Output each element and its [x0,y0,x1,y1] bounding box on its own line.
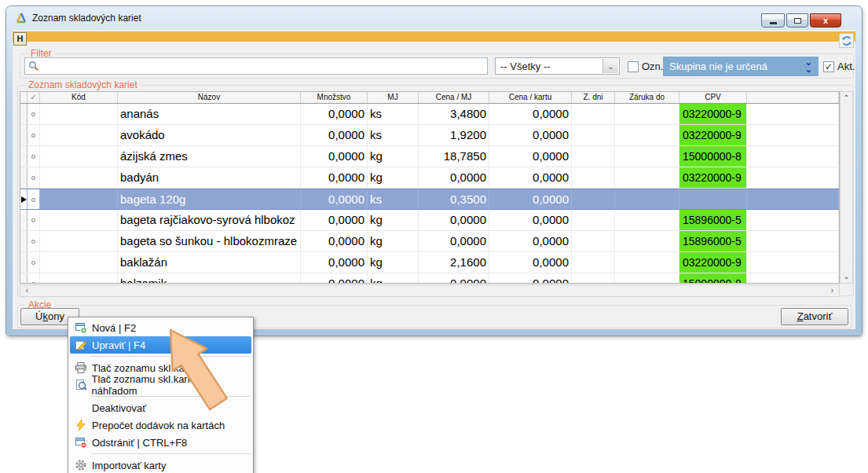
cell-kod[interactable] [40,146,118,167]
h-button[interactable]: H [13,32,27,46]
cell-cpv[interactable]: 15896000-5 [679,210,747,230]
cell-zaruka_do[interactable] [615,189,679,209]
cell-cpv[interactable] [679,189,747,209]
cell-kod[interactable] [40,210,118,230]
cell-mnozstvo[interactable]: 0,0000 [301,273,368,284]
cell-mnozstvo[interactable]: 0,0000 [301,167,368,188]
cell-mnozstvo[interactable]: 0,0000 [301,252,368,273]
cell-cena_mj[interactable]: 0,3500 [419,189,489,209]
column-header-z-dni[interactable]: Z. dni [572,92,615,103]
cell-nazov[interactable]: balzamik [118,273,301,284]
column-header-z-ruka-do[interactable]: Záruka do [615,92,679,103]
scroll-left-icon[interactable]: ‹ [21,285,33,296]
cell[interactable] [27,146,40,167]
cell[interactable] [27,189,40,209]
cell[interactable] [747,125,839,145]
cell[interactable] [27,273,40,284]
cell-mnozstvo[interactable]: 0,0000 [301,125,368,145]
table-row[interactable]: bageta so šunkou - hlbokozmraze0,0000kg0… [20,231,839,252]
stock-cards-table[interactable]: ✓KódNázovMnožstvoMJCena / MJCena / kartu… [20,91,840,284]
cell[interactable] [747,104,839,124]
cell-nazov[interactable]: ázijská zmes [118,146,301,167]
cell-z_dni[interactable] [572,252,615,273]
table-header-row[interactable]: ✓KódNázovMnožstvoMJCena / MJCena / kartu… [20,92,839,104]
cell-nazov[interactable]: bageta rajčiakovo-syrová hlbokoz [118,210,301,230]
cell[interactable] [747,146,839,167]
cell-kod[interactable] [40,104,118,124]
cell-nazov[interactable]: badyán [118,167,301,188]
table-row[interactable]: balzamik0,0000kg0,00000,000015000000-8 [20,273,839,284]
cell-zaruka_do[interactable] [615,273,679,284]
cell-z_dni[interactable] [572,104,615,124]
cell-cpv[interactable]: 15000000-8 [679,146,747,167]
cell-kod[interactable] [40,231,118,251]
cell[interactable] [27,125,40,145]
cell-mnozstvo[interactable]: 0,0000 [301,231,368,251]
cell-cpv[interactable]: 15896000-5 [679,231,747,251]
cell-mj[interactable]: kg [368,210,419,230]
cell-cena_mj[interactable]: 0,0000 [419,273,489,284]
cell-z_dni[interactable] [572,189,615,209]
cell-mnozstvo[interactable]: 0,0000 [301,146,368,167]
cell[interactable] [20,210,27,230]
cell-kod[interactable] [40,125,118,145]
cell[interactable] [747,210,839,230]
table-row[interactable]: bageta 120g0,0000ks0,35000,0000 [20,189,839,210]
cell[interactable] [20,189,27,209]
cell-cena_kartu[interactable]: 0,0000 [489,167,572,188]
cell-cena_mj[interactable]: 0,0000 [419,231,489,251]
scroll-up-icon[interactable]: ⌃ [841,93,852,104]
cell-zaruka_do[interactable] [615,231,679,251]
cell-nazov[interactable]: avokádo [118,125,301,145]
cell-mj[interactable]: ks [368,104,419,124]
column-header-n-zov[interactable]: Názov [118,92,301,103]
akt-checkbox[interactable]: ✓ [823,61,834,72]
column-header-cena-kartu[interactable]: Cena / kartu [489,92,572,103]
minimize-button[interactable] [761,13,785,28]
column-header-k-d[interactable]: Kód [40,92,118,103]
column-header--[interactable]: ✓ [27,92,40,103]
table-row[interactable]: ananás0,0000ks3,48000,000003220000-9 [20,104,839,125]
cell-z_dni[interactable] [572,273,615,284]
restore-button[interactable] [786,13,808,28]
cell-mnozstvo[interactable]: 0,0000 [301,189,368,209]
cell-cena_mj[interactable]: 0,0000 [419,167,489,188]
cell[interactable] [20,231,27,251]
cell-cpv[interactable]: 03220000-9 [679,104,747,124]
cell-kod[interactable] [40,189,118,209]
cell[interactable] [747,189,839,209]
cell[interactable] [20,273,27,284]
cell-mnozstvo[interactable]: 0,0000 [301,210,368,230]
cell[interactable] [20,167,27,188]
cell-nazov[interactable]: bageta so šunkou - hlbokozmraze [118,231,301,251]
cell-mj[interactable]: kg [368,252,419,273]
title-bar[interactable]: Zoznam skladových kariet x [6,6,862,30]
cell-zaruka_do[interactable] [615,104,679,124]
cell[interactable] [27,104,40,124]
cell-kod[interactable] [40,167,118,188]
horizontal-scrollbar[interactable]: ‹ › [20,284,840,297]
cell-nazov[interactable]: ananás [118,104,301,124]
cell-cena_kartu[interactable]: 0,0000 [489,104,572,124]
cell-cena_kartu[interactable]: 0,0000 [489,273,572,284]
zatvorit-button[interactable]: Zatvoriť [781,308,848,325]
scroll-right-icon[interactable]: › [826,285,838,296]
cell-z_dni[interactable] [572,167,615,188]
cell-kod[interactable] [40,273,118,284]
cell-cena_mj[interactable]: 18,7850 [419,146,489,167]
cell[interactable] [27,167,40,188]
category-select[interactable]: -- Všetky -- ⌄ [495,57,620,75]
menu-item[interactable]: Odstrániť | CTRL+F8 [70,434,251,451]
double-chevron-down-icon[interactable]: ⌄⌄ [805,59,812,73]
cell-mj[interactable]: ks [368,125,419,145]
ozn-checkbox[interactable] [628,61,639,72]
cell-mj[interactable]: kg [368,273,419,284]
cell-zaruka_do[interactable] [615,146,679,167]
cell-zaruka_do[interactable] [615,210,679,230]
menu-item[interactable]: Prepočet dodávok na kartách [70,416,251,434]
search-input[interactable] [24,57,488,75]
cell-cpv[interactable]: 15000000-8 [679,273,747,284]
cell-cena_kartu[interactable]: 0,0000 [489,146,572,167]
table-row[interactable]: bageta rajčiakovo-syrová hlbokoz0,0000kg… [20,210,839,231]
table-row[interactable]: avokádo0,0000ks1,92000,000003220000-9 [20,125,839,146]
